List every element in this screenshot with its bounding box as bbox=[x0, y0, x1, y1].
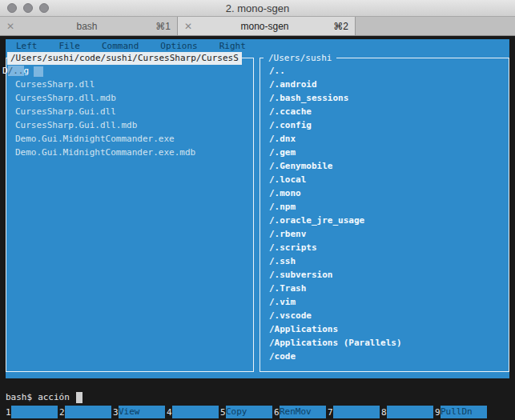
file-item[interactable]: Demo.Gui.MidnightCommander.exe bbox=[15, 132, 253, 146]
dir-item[interactable]: /.mono bbox=[269, 186, 509, 200]
function-key[interactable]: 8 bbox=[381, 406, 433, 419]
function-key[interactable]: 6RenMov bbox=[274, 406, 326, 419]
function-key[interactable]: 5Copy bbox=[220, 406, 272, 419]
dir-item[interactable]: /.bash_sessions bbox=[269, 91, 509, 105]
function-key-label[interactable]: PullDn bbox=[441, 406, 487, 418]
function-key[interactable]: 3View bbox=[113, 406, 165, 419]
menu-item[interactable]: Command bbox=[102, 39, 139, 53]
tab-mono-sgen[interactable]: ✕ mono-sgen ⌘2 bbox=[178, 17, 356, 35]
menu-item[interactable]: Options bbox=[160, 39, 197, 53]
right-panel: /Users/sushi /../.android/.bash_sessions… bbox=[260, 58, 509, 372]
function-key-number: 1 bbox=[6, 406, 11, 419]
left-panel: /Users/sushi/code/sushi/CursesSharp/Curs… bbox=[6, 58, 254, 372]
menu-item[interactable]: Left bbox=[16, 39, 38, 53]
function-key-label[interactable] bbox=[65, 406, 111, 418]
file-item[interactable]: Demo.Gui.MidnightCommander.exe.mdb bbox=[15, 146, 253, 159]
wrapped-path-char: D bbox=[2, 66, 8, 76]
selected-entry[interactable]: /.. bbox=[8, 66, 24, 76]
terminal-content[interactable]: LeftFileCommandOptionsRight /Users/sushi… bbox=[0, 36, 515, 420]
command-line[interactable]: bash$ acción bbox=[6, 390, 509, 404]
close-tab-icon[interactable]: ✕ bbox=[6, 21, 24, 32]
function-key-label[interactable] bbox=[11, 406, 58, 418]
traffic-lights bbox=[7, 3, 49, 13]
function-key-number: 4 bbox=[167, 406, 172, 419]
function-key-number: 5 bbox=[220, 406, 226, 419]
window-title: 2. mono-sgen bbox=[226, 2, 290, 14]
function-key-number: 6 bbox=[274, 406, 280, 419]
function-key[interactable]: 2 bbox=[59, 406, 111, 419]
dir-item[interactable]: /.config bbox=[269, 118, 509, 132]
function-key-label[interactable] bbox=[387, 406, 433, 418]
tab-bar: ✕ bash ⌘1 ✕ mono-sgen ⌘2 bbox=[0, 17, 515, 36]
tab-bash[interactable]: ✕ bash ⌘1 bbox=[0, 17, 178, 35]
file-item[interactable]: CursesSharp.Gui.dll bbox=[15, 105, 253, 118]
file-item[interactable]: CursesSharp.dll bbox=[15, 78, 253, 91]
dir-item[interactable]: /.scripts bbox=[269, 241, 509, 254]
dir-item[interactable]: /.android bbox=[269, 78, 509, 91]
tab-shortcut: ⌘1 bbox=[150, 21, 171, 32]
titlebar[interactable]: 2. mono-sgen bbox=[0, 0, 515, 17]
tab-label: mono-sgen bbox=[202, 21, 328, 32]
terminal-window: 2. mono-sgen ✕ bash ⌘1 ✕ mono-sgen ⌘2 Le… bbox=[0, 0, 515, 420]
zoom-button[interactable] bbox=[39, 3, 49, 13]
function-key-label[interactable] bbox=[172, 406, 219, 418]
left-panel-path[interactable]: /Users/sushi/code/sushi/CursesSharp/Curs… bbox=[7, 52, 242, 65]
close-button[interactable] bbox=[7, 3, 17, 13]
selection-block bbox=[34, 66, 43, 77]
function-key-number: 9 bbox=[435, 406, 441, 419]
wrapped-path-selected-row[interactable]: D/..g bbox=[2, 64, 43, 78]
menu-item[interactable]: File bbox=[59, 39, 81, 53]
tab-shortcut: ⌘2 bbox=[328, 21, 348, 32]
dir-item[interactable]: /.oracle_jre_usage bbox=[269, 214, 509, 227]
function-key-label[interactable]: View bbox=[119, 406, 165, 418]
close-tab-icon[interactable]: ✕ bbox=[184, 21, 202, 32]
function-key-label[interactable]: Copy bbox=[226, 406, 272, 418]
right-dir-list: /../.android/.bash_sessions/.ccache/.con… bbox=[260, 58, 509, 363]
glitch-char: g bbox=[24, 66, 30, 76]
left-file-list: CursesSharp.dllCursesSharp.dll.mdbCurses… bbox=[6, 58, 253, 159]
tab-label: bash bbox=[24, 21, 150, 32]
dir-item[interactable]: /.vim bbox=[269, 295, 509, 309]
command-input-value[interactable]: acción bbox=[38, 390, 70, 404]
function-key[interactable]: 1 bbox=[6, 406, 58, 419]
function-key-number: 8 bbox=[381, 406, 387, 419]
function-key-bar: 1 2 3View 4 5Copy 6RenMov 7 8 9PullDn bbox=[6, 406, 509, 419]
function-key[interactable]: 7 bbox=[328, 406, 380, 419]
dir-item[interactable]: /Applications (Parallels) bbox=[269, 336, 509, 350]
function-key-label[interactable] bbox=[333, 406, 380, 418]
mc-panels: /Users/sushi/code/sushi/CursesSharp/Curs… bbox=[6, 52, 509, 378]
dir-item[interactable]: /.ssh bbox=[269, 254, 509, 268]
dir-item[interactable]: /.Trash bbox=[269, 282, 509, 295]
function-key-label[interactable]: RenMov bbox=[280, 406, 326, 418]
dir-item[interactable]: /.ccache bbox=[269, 105, 509, 118]
mc-menu-bar: LeftFileCommandOptionsRight bbox=[6, 39, 509, 52]
text-cursor bbox=[76, 392, 82, 403]
dir-item[interactable]: /.. bbox=[269, 64, 509, 78]
dir-item[interactable]: /.rbenv bbox=[269, 227, 509, 241]
minimize-button[interactable] bbox=[23, 3, 33, 13]
function-key[interactable]: 9PullDn bbox=[435, 406, 487, 419]
dir-item[interactable]: /code bbox=[269, 350, 509, 363]
dir-item[interactable]: /.vscode bbox=[269, 309, 509, 322]
file-item[interactable]: CursesSharp.dll.mdb bbox=[15, 91, 253, 105]
right-panel-path[interactable]: /Users/sushi bbox=[264, 52, 336, 65]
dir-item[interactable]: /Applications bbox=[269, 322, 509, 336]
function-key-number: 7 bbox=[328, 406, 333, 419]
function-key[interactable]: 4 bbox=[167, 406, 219, 419]
dir-item[interactable]: /.Genymobile bbox=[269, 159, 509, 173]
dir-item[interactable]: /.gem bbox=[269, 146, 509, 159]
function-key-number: 2 bbox=[59, 406, 65, 419]
dir-item[interactable]: /.local bbox=[269, 173, 509, 186]
function-key-number: 3 bbox=[113, 406, 119, 419]
dir-item[interactable]: /.subversion bbox=[269, 268, 509, 282]
file-item[interactable]: CursesSharp.Gui.dll.mdb bbox=[15, 118, 253, 132]
dir-item[interactable]: /.npm bbox=[269, 200, 509, 214]
menu-item[interactable]: Right bbox=[219, 39, 246, 53]
dir-item[interactable]: /.dnx bbox=[269, 132, 509, 146]
shell-prompt: bash$ bbox=[6, 390, 32, 404]
